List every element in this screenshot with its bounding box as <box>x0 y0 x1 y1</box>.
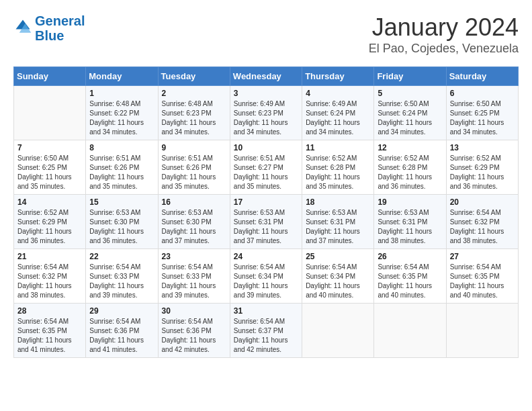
day-number: 14 <box>17 197 82 207</box>
day-info: Sunrise: 6:54 AMSunset: 6:33 PMDaylight:… <box>162 263 226 300</box>
day-number: 22 <box>89 252 154 261</box>
day-info: Sunrise: 6:50 AMSunset: 6:25 PMDaylight:… <box>17 154 82 191</box>
calendar-cell: 19Sunrise: 6:53 AMSunset: 6:31 PMDayligh… <box>374 195 446 249</box>
day-number: 10 <box>234 143 298 152</box>
day-info: Sunrise: 6:54 AMSunset: 6:32 PMDaylight:… <box>450 208 515 246</box>
day-info: Sunrise: 6:54 AMSunset: 6:35 PMDaylight:… <box>17 317 82 355</box>
day-number: 1 <box>89 89 154 98</box>
day-info: Sunrise: 6:49 AMSunset: 6:24 PMDaylight:… <box>306 99 370 137</box>
day-info: Sunrise: 6:51 AMSunset: 6:27 PMDaylight:… <box>234 154 298 191</box>
day-number: 17 <box>234 197 298 207</box>
calendar-cell <box>302 304 374 358</box>
calendar-cell: 21Sunrise: 6:54 AMSunset: 6:32 PMDayligh… <box>14 249 86 304</box>
weekday-header: Sunday <box>14 67 86 86</box>
weekday-header: Saturday <box>446 67 518 86</box>
calendar-cell: 15Sunrise: 6:53 AMSunset: 6:30 PMDayligh… <box>86 195 158 249</box>
day-number: 24 <box>234 252 298 261</box>
day-number: 25 <box>306 252 370 261</box>
calendar-cell <box>446 304 518 358</box>
day-info: Sunrise: 6:49 AMSunset: 6:23 PMDaylight:… <box>234 99 298 137</box>
day-info: Sunrise: 6:54 AMSunset: 6:33 PMDaylight:… <box>89 263 154 300</box>
day-number: 27 <box>450 252 515 261</box>
title-block: January 2024 El Pao, Cojedes, Venezuela <box>369 13 519 56</box>
calendar-title: January 2024 <box>369 13 519 42</box>
weekday-header: Wednesday <box>230 67 302 86</box>
day-info: Sunrise: 6:52 AMSunset: 6:28 PMDaylight:… <box>378 154 442 191</box>
calendar-cell: 18Sunrise: 6:53 AMSunset: 6:31 PMDayligh… <box>302 195 374 249</box>
calendar-cell: 6Sunrise: 6:50 AMSunset: 6:25 PMDaylight… <box>446 86 518 140</box>
calendar-table: SundayMondayTuesdayWednesdayThursdayFrid… <box>13 66 519 358</box>
day-info: Sunrise: 6:48 AMSunset: 6:22 PMDaylight:… <box>89 99 154 137</box>
day-number: 4 <box>306 89 370 98</box>
day-info: Sunrise: 6:54 AMSunset: 6:34 PMDaylight:… <box>234 263 298 300</box>
calendar-cell: 9Sunrise: 6:51 AMSunset: 6:26 PMDaylight… <box>158 140 230 195</box>
day-info: Sunrise: 6:52 AMSunset: 6:29 PMDaylight:… <box>450 154 515 191</box>
calendar-cell: 16Sunrise: 6:53 AMSunset: 6:30 PMDayligh… <box>158 195 230 249</box>
calendar-cell: 30Sunrise: 6:54 AMSunset: 6:36 PMDayligh… <box>158 304 230 358</box>
day-info: Sunrise: 6:50 AMSunset: 6:25 PMDaylight:… <box>450 99 515 137</box>
day-info: Sunrise: 6:53 AMSunset: 6:31 PMDaylight:… <box>306 208 370 246</box>
day-number: 21 <box>17 252 82 261</box>
day-info: Sunrise: 6:53 AMSunset: 6:30 PMDaylight:… <box>162 208 226 246</box>
day-number: 2 <box>162 89 226 98</box>
day-number: 5 <box>378 89 442 98</box>
day-number: 20 <box>450 197 515 207</box>
day-number: 31 <box>234 306 298 316</box>
day-info: Sunrise: 6:54 AMSunset: 6:34 PMDaylight:… <box>306 263 370 300</box>
calendar-cell: 4Sunrise: 6:49 AMSunset: 6:24 PMDaylight… <box>302 86 374 140</box>
day-number: 11 <box>306 143 370 152</box>
calendar-cell: 5Sunrise: 6:50 AMSunset: 6:24 PMDaylight… <box>374 86 446 140</box>
calendar-cell: 25Sunrise: 6:54 AMSunset: 6:34 PMDayligh… <box>302 249 374 304</box>
day-info: Sunrise: 6:54 AMSunset: 6:36 PMDaylight:… <box>89 317 154 355</box>
day-info: Sunrise: 6:54 AMSunset: 6:35 PMDaylight:… <box>450 263 515 300</box>
calendar-subtitle: El Pao, Cojedes, Venezuela <box>369 42 519 56</box>
calendar-cell: 10Sunrise: 6:51 AMSunset: 6:27 PMDayligh… <box>230 140 302 195</box>
day-info: Sunrise: 6:54 AMSunset: 6:35 PMDaylight:… <box>378 263 442 300</box>
day-info: Sunrise: 6:53 AMSunset: 6:31 PMDaylight:… <box>234 208 298 246</box>
weekday-header: Friday <box>374 67 446 86</box>
calendar-cell: 3Sunrise: 6:49 AMSunset: 6:23 PMDaylight… <box>230 86 302 140</box>
calendar-cell: 26Sunrise: 6:54 AMSunset: 6:35 PMDayligh… <box>374 249 446 304</box>
logo-icon <box>13 17 32 36</box>
calendar-cell: 12Sunrise: 6:52 AMSunset: 6:28 PMDayligh… <box>374 140 446 195</box>
day-number: 23 <box>162 252 226 261</box>
logo-text-blue: Blue <box>35 28 85 43</box>
day-number: 12 <box>378 143 442 152</box>
calendar-cell: 22Sunrise: 6:54 AMSunset: 6:33 PMDayligh… <box>86 249 158 304</box>
day-number: 28 <box>17 306 82 316</box>
day-info: Sunrise: 6:50 AMSunset: 6:24 PMDaylight:… <box>378 99 442 137</box>
calendar-cell: 20Sunrise: 6:54 AMSunset: 6:32 PMDayligh… <box>446 195 518 249</box>
day-number: 15 <box>89 197 154 207</box>
calendar-header: SundayMondayTuesdayWednesdayThursdayFrid… <box>14 67 519 86</box>
day-info: Sunrise: 6:52 AMSunset: 6:28 PMDaylight:… <box>306 154 370 191</box>
calendar-cell: 2Sunrise: 6:48 AMSunset: 6:23 PMDaylight… <box>158 86 230 140</box>
calendar-cell: 8Sunrise: 6:51 AMSunset: 6:26 PMDaylight… <box>86 140 158 195</box>
calendar-cell: 11Sunrise: 6:52 AMSunset: 6:28 PMDayligh… <box>302 140 374 195</box>
calendar-cell: 13Sunrise: 6:52 AMSunset: 6:29 PMDayligh… <box>446 140 518 195</box>
calendar-cell: 17Sunrise: 6:53 AMSunset: 6:31 PMDayligh… <box>230 195 302 249</box>
calendar-cell <box>14 86 86 140</box>
calendar-cell: 28Sunrise: 6:54 AMSunset: 6:35 PMDayligh… <box>14 304 86 358</box>
day-number: 3 <box>234 89 298 98</box>
day-info: Sunrise: 6:51 AMSunset: 6:26 PMDaylight:… <box>89 154 154 191</box>
day-number: 18 <box>306 197 370 207</box>
page-header: General Blue January 2024 El Pao, Cojede… <box>13 13 519 56</box>
calendar-cell: 27Sunrise: 6:54 AMSunset: 6:35 PMDayligh… <box>446 249 518 304</box>
day-number: 19 <box>378 197 442 207</box>
weekday-header: Tuesday <box>158 67 230 86</box>
calendar-cell <box>374 304 446 358</box>
day-info: Sunrise: 6:53 AMSunset: 6:31 PMDaylight:… <box>378 208 442 246</box>
weekday-header: Thursday <box>302 67 374 86</box>
day-number: 9 <box>162 143 226 152</box>
day-info: Sunrise: 6:52 AMSunset: 6:29 PMDaylight:… <box>17 208 82 246</box>
day-number: 13 <box>450 143 515 152</box>
calendar-cell: 24Sunrise: 6:54 AMSunset: 6:34 PMDayligh… <box>230 249 302 304</box>
calendar-cell: 29Sunrise: 6:54 AMSunset: 6:36 PMDayligh… <box>86 304 158 358</box>
day-number: 26 <box>378 252 442 261</box>
day-info: Sunrise: 6:54 AMSunset: 6:37 PMDaylight:… <box>234 317 298 355</box>
calendar-cell: 14Sunrise: 6:52 AMSunset: 6:29 PMDayligh… <box>14 195 86 249</box>
logo-text-general: General <box>35 13 85 28</box>
day-info: Sunrise: 6:54 AMSunset: 6:32 PMDaylight:… <box>17 263 82 300</box>
day-number: 29 <box>89 306 154 316</box>
day-info: Sunrise: 6:53 AMSunset: 6:30 PMDaylight:… <box>89 208 154 246</box>
